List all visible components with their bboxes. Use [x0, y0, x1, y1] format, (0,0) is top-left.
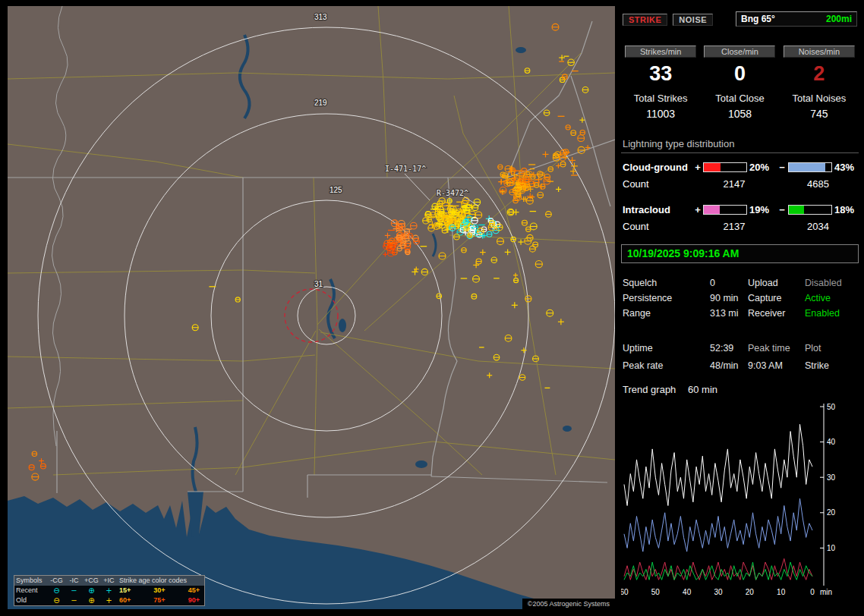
distribution-rows: Cloud-ground + 20% − 43% Count 2147 4685… [621, 161, 859, 232]
stat-rate-value: 33 [621, 63, 700, 84]
performance-row-cell: Peak rate [623, 360, 710, 371]
trend-series-blue-line-secondary-rate [624, 498, 812, 552]
control-panel: STRIKENOISE Bng 65° 200mi Strikes/min 33… [621, 6, 859, 610]
svg-text:40: 40 [683, 588, 692, 596]
legend-symbol-type: -IC [65, 577, 83, 585]
bearing-value: Bng 65° [741, 14, 775, 24]
distribution-title: Lightning type distribution [621, 138, 859, 153]
stat-total-value: 11003 [621, 108, 700, 120]
status-row: Range313 miReceiverEnabled [621, 306, 859, 321]
stat-total-value: 745 [780, 108, 859, 120]
legend-symbol-glyph: ⊖ [48, 596, 65, 605]
strike-mode-button[interactable]: STRIKE [623, 14, 667, 26]
positive-percent: 20% [747, 162, 776, 173]
svg-text:20: 20 [827, 508, 836, 517]
legend-header-row: Symbols-CG-IC+CG+ICStrike age color code… [14, 576, 204, 586]
performance-row-cell: 52:39 [710, 343, 748, 354]
stat-column: Strikes/min 33 Total Strikes 11003 [621, 46, 700, 120]
legend-row: Old⊖−⊕+60+75+90+ [14, 596, 204, 605]
negative-sign: − [776, 204, 788, 215]
positive-percent: 19% [747, 204, 776, 215]
status-row-cell: Enabled [805, 308, 859, 319]
stat-header-button[interactable]: Close/min [704, 46, 775, 58]
performance-row-cell: 48/min [710, 360, 748, 371]
performance-row-cell: 9:03 AM [748, 360, 805, 371]
bearing-range-display: Bng 65° 200mi [736, 11, 857, 27]
stat-rate-value: 0 [700, 63, 779, 84]
legend-row-label: Recent [16, 586, 48, 595]
legend-row-label: Old [16, 596, 48, 605]
legend-age-codes: 60+75+90+ [118, 596, 203, 605]
lightning-map[interactable]: 31321912531I-471-17^R-3472^ Symbols-CG-I… [8, 6, 615, 609]
svg-text:0: 0 [810, 588, 815, 596]
performance-grid: Uptime52:39Peak timePlot Peak rate48/min… [621, 339, 859, 374]
performance-row-cell: Uptime [623, 343, 710, 354]
performance-row-cell: Peak time [748, 343, 805, 354]
positive-count: 2137 [692, 221, 776, 232]
stat-rate-value: 2 [780, 63, 859, 84]
performance-row: Peak rate48/min9:03 AMStrike [621, 357, 859, 374]
storm-cell-label: I-471-17^ [385, 165, 426, 173]
app-window: 31321912531I-471-17^R-3472^ Symbols-CG-I… [0, 0, 864, 616]
status-row-cell: Squelch [623, 278, 710, 288]
distribution-type-label: Cloud-ground [623, 162, 692, 173]
rate-stats: Strikes/min 33 Total Strikes 11003 Close… [621, 46, 859, 120]
status-grid: Squelch0UploadDisabled Persistence90 min… [621, 275, 859, 321]
negative-percent: 43% [832, 162, 860, 173]
legend-symbol-glyph: ⊖ [48, 586, 65, 595]
legend-row: Recent⊖−⊕+15+30+45+ [14, 586, 204, 596]
count-label: Count [623, 178, 692, 190]
positive-count: 2147 [692, 178, 776, 190]
svg-text:60: 60 [621, 588, 629, 596]
status-row-cell: Active [805, 293, 859, 303]
legend-symbol-type: -CG [48, 577, 65, 585]
positive-sign: + [692, 162, 703, 173]
range-ring-label: 313 [314, 13, 327, 21]
negative-count: 2034 [776, 221, 860, 232]
noise-mode-button[interactable]: NOISE [673, 14, 713, 26]
distribution-count-row: Count 2147 4685 [621, 178, 859, 190]
stat-header-button[interactable]: Noises/min [784, 46, 855, 58]
status-row-cell: 313 mi [710, 308, 748, 319]
status-row: Persistence90 minCaptureActive [621, 291, 859, 306]
svg-text:10: 10 [827, 544, 836, 552]
legend-symbol-glyph: ⊕ [83, 586, 100, 595]
svg-text:50: 50 [651, 588, 661, 596]
datetime-value: 10/19/2025 9:09:16 AM [627, 247, 739, 259]
legend-age-title: Strike age color codes [118, 577, 203, 585]
map-canvas[interactable]: 31321912531I-471-17^R-3472^ [8, 6, 615, 609]
count-label: Count [623, 221, 692, 232]
status-row-cell: Persistence [623, 293, 710, 303]
legend-symbols-label: Symbols [16, 577, 48, 585]
svg-text:10: 10 [777, 588, 786, 596]
svg-text:30: 30 [714, 588, 723, 596]
performance-row-cell: Strike [805, 360, 859, 371]
performance-row-cell: Plot [805, 343, 859, 354]
status-row-cell: 90 min [710, 293, 748, 303]
stat-total-label: Total Strikes [621, 93, 700, 104]
status-row-cell: Disabled [805, 278, 859, 288]
status-row-cell: Range [623, 308, 710, 319]
svg-text:20: 20 [746, 588, 755, 596]
svg-text:40: 40 [827, 438, 836, 446]
range-ring-label: 31 [314, 280, 323, 288]
status-row-cell: Upload [748, 278, 805, 288]
status-row: Squelch0UploadDisabled [621, 275, 859, 291]
stat-header-button[interactable]: Strikes/min [625, 46, 696, 58]
positive-sign: + [692, 204, 703, 215]
svg-text:30: 30 [827, 473, 836, 482]
distribution-row: Intracloud + 19% − 18% [621, 203, 859, 215]
legend-symbol-glyph: ⊕ [83, 596, 100, 605]
status-row-cell: Receiver [748, 308, 805, 319]
trend-header: Trend graph 60 min [621, 384, 859, 395]
negative-bar [788, 162, 832, 172]
negative-bar [788, 205, 832, 215]
stat-column: Close/min 0 Total Close 1058 [700, 46, 779, 120]
negative-percent: 18% [832, 204, 860, 215]
range-ring-label: 219 [314, 99, 327, 107]
legend-age-codes: 15+30+45+ [118, 586, 203, 595]
legend-symbol-type: +CG [83, 577, 100, 585]
legend-symbol-glyph: + [100, 586, 118, 595]
storm-cell-label: R-3472^ [437, 189, 468, 197]
svg-text:min: min [820, 588, 832, 596]
